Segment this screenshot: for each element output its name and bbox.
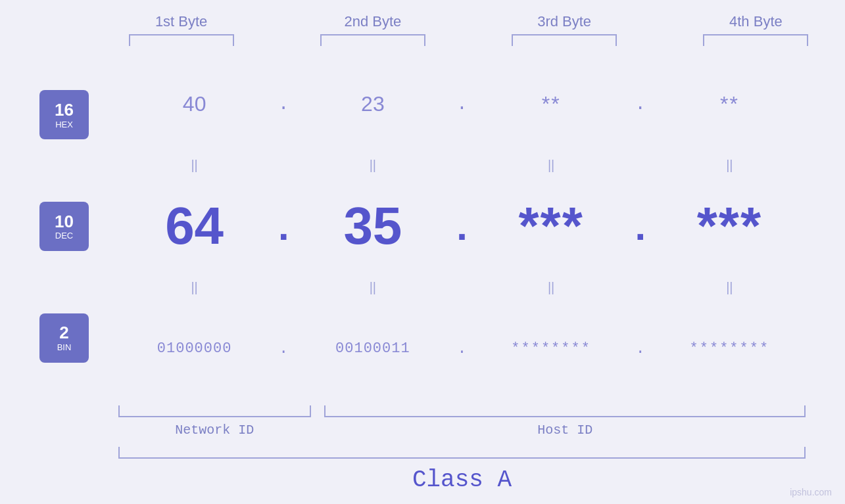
bin-sep-3: . — [636, 340, 645, 357]
hex-val-3: ** — [542, 92, 561, 116]
bin-sep-1: . — [279, 340, 288, 357]
host-id-bracket — [324, 405, 806, 417]
dec-sep-3: . — [629, 210, 652, 249]
hex-val-1: 40 — [183, 92, 206, 116]
dec-val-1: 64 — [165, 196, 224, 256]
eq-row-hex-dec: || || || || — [118, 155, 806, 175]
hex-sep-1: . — [278, 94, 289, 114]
bracket-byte3 — [469, 34, 660, 46]
bin-val-4: ******** — [690, 340, 770, 357]
bin-badge-label: BIN — [57, 342, 72, 352]
dec-row: 64 . 35 . *** . *** — [118, 175, 806, 277]
values-grid: 40 . 23 . ** . ** || || || || 64 — [118, 53, 806, 400]
host-id-label: Host ID — [324, 423, 806, 438]
hex-badge-num: 16 — [55, 101, 74, 120]
eq-8: || — [726, 280, 733, 295]
eq-2: || — [370, 158, 376, 173]
eq-4: || — [726, 158, 733, 173]
dec-val-2: 35 — [343, 196, 402, 256]
byte-header-1: 1st Byte — [85, 13, 277, 30]
hex-badge-label: HEX — [55, 120, 73, 129]
eq-3: || — [548, 158, 554, 173]
byte-header-2: 2nd Byte — [277, 13, 468, 30]
bin-badge-num: 2 — [59, 323, 68, 342]
dec-val-4: *** — [697, 196, 762, 256]
dec-badge-label: DEC — [55, 231, 73, 241]
bin-val-2: 00100011 — [335, 340, 410, 357]
bracket-byte2 — [277, 34, 468, 46]
eq-1: || — [191, 158, 197, 173]
hex-sep-3: . — [635, 94, 646, 114]
watermark: ipshu.com — [790, 487, 832, 497]
hex-sep-2: . — [456, 94, 468, 114]
eq-row-dec-bin: || || || || — [118, 278, 806, 298]
byte-header-4: 4th Byte — [660, 13, 845, 30]
bin-badge: 2 BIN — [39, 313, 89, 363]
eq-6: || — [370, 280, 376, 295]
byte-header-3: 3rd Byte — [469, 13, 660, 30]
class-bracket — [118, 447, 806, 459]
bin-val-1: 01000000 — [157, 340, 232, 357]
bin-val-3: ******** — [511, 340, 591, 357]
bracket-byte1 — [85, 34, 277, 46]
bracket-byte4 — [660, 34, 845, 46]
hex-val-4: ** — [720, 92, 739, 116]
network-id-label: Network ID — [118, 423, 311, 438]
hex-val-2: 23 — [361, 92, 385, 116]
dec-badge-num: 10 — [55, 212, 74, 231]
hex-badge: 16 HEX — [39, 90, 89, 139]
class-a-label: Class A — [412, 467, 512, 493]
network-id-bracket — [118, 405, 311, 417]
eq-7: || — [548, 280, 554, 295]
hex-row: 40 . 23 . ** . ** — [118, 53, 806, 155]
dec-sep-2: . — [450, 210, 473, 249]
eq-5: || — [191, 280, 197, 295]
bin-sep-2: . — [457, 340, 466, 357]
bin-row: 01000000 . 00100011 . ******** . *******… — [118, 298, 806, 400]
dec-sep-1: . — [272, 210, 295, 249]
badges-column: 16 HEX 10 DEC 2 BIN — [39, 53, 118, 400]
dec-val-3: *** — [518, 196, 583, 256]
dec-badge: 10 DEC — [39, 202, 89, 251]
